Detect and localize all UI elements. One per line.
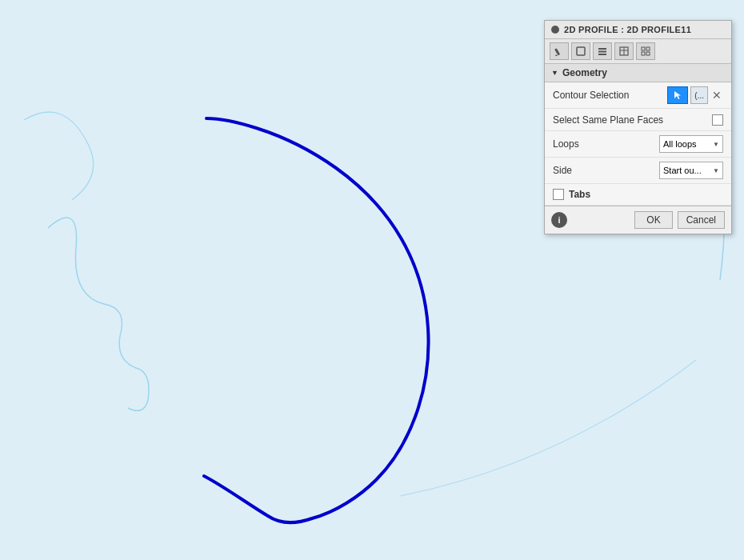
tabs-section: Tabs	[545, 184, 731, 206]
contour-selection-row: Contour Selection (... ✕	[545, 82, 731, 109]
panel-body: ▼ Geometry Contour Selection (... ✕ Sele…	[545, 64, 731, 206]
geometry-collapse-arrow: ▼	[551, 69, 558, 77]
side-label: Side	[553, 165, 659, 176]
contour-cursor-button[interactable]	[667, 86, 688, 104]
table-icon	[618, 46, 630, 57]
svg-rect-3	[577, 47, 585, 55]
contour-text-display: (...	[690, 86, 708, 104]
loops-control: All loops ▼	[659, 135, 723, 153]
svg-rect-4	[598, 48, 606, 50]
layer-icon	[597, 46, 608, 57]
toolbar-face-btn[interactable]	[571, 42, 590, 60]
loops-row: Loops All loops ▼	[545, 131, 731, 158]
info-button[interactable]: i	[551, 212, 567, 228]
geometry-section-label: Geometry	[562, 67, 607, 78]
face-icon	[575, 46, 586, 57]
svg-rect-11	[646, 47, 650, 50]
svg-rect-5	[598, 51, 606, 53]
svg-rect-12	[642, 52, 645, 55]
panel-titlebar: 2D PROFILE : 2D PROFILE11	[545, 21, 731, 39]
svg-rect-1	[554, 48, 560, 55]
panel-toolbar	[545, 39, 731, 64]
toolbar-table-btn[interactable]	[614, 42, 634, 60]
loops-label: Loops	[553, 138, 659, 150]
side-control: Start ou... ▼	[659, 162, 723, 179]
panel-title-dot	[551, 26, 559, 34]
properties-panel: 2D PROFILE : 2D PROFILE11	[544, 20, 732, 234]
contour-selection-label: Contour Selection	[553, 90, 667, 101]
svg-rect-13	[646, 52, 650, 55]
cursor-icon	[673, 90, 682, 100]
svg-rect-6	[598, 54, 606, 55]
select-same-plane-faces-checkbox[interactable]	[712, 114, 723, 126]
side-value: Start ou...	[663, 166, 702, 175]
contour-selection-control: (... ✕	[667, 86, 723, 104]
toolbar-sketch-btn[interactable]	[550, 42, 569, 60]
toolbar-layer-btn[interactable]	[593, 42, 612, 60]
svg-marker-2	[555, 54, 558, 56]
geometry-section-header[interactable]: ▼ Geometry	[545, 64, 731, 82]
contour-clear-button[interactable]: ✕	[710, 90, 723, 101]
loops-dropdown[interactable]: All loops ▼	[659, 135, 723, 153]
toolbar-grid-btn[interactable]	[636, 42, 655, 60]
pencil-icon	[554, 46, 565, 57]
tabs-checkbox[interactable]	[553, 189, 564, 200]
tabs-label: Tabs	[569, 189, 590, 200]
side-row: Side Start ou... ▼	[545, 158, 731, 184]
loops-value: All loops	[663, 139, 697, 149]
select-same-plane-faces-row: Select Same Plane Faces	[545, 109, 731, 131]
select-same-plane-faces-control	[712, 114, 723, 126]
panel-footer: i OK Cancel	[545, 206, 731, 234]
panel-title: 2D PROFILE : 2D PROFILE11	[564, 25, 691, 34]
footer-action-buttons: OK Cancel	[634, 211, 725, 229]
svg-rect-10	[642, 47, 645, 50]
ok-button[interactable]: OK	[634, 211, 672, 229]
side-dropdown-arrow: ▼	[713, 167, 719, 174]
grid-icon	[640, 46, 651, 57]
select-same-plane-faces-label: Select Same Plane Faces	[553, 114, 712, 126]
side-dropdown[interactable]: Start ou... ▼	[659, 162, 723, 179]
loops-dropdown-arrow: ▼	[713, 141, 719, 148]
cancel-button[interactable]: Cancel	[678, 211, 725, 229]
svg-marker-14	[674, 91, 681, 99]
